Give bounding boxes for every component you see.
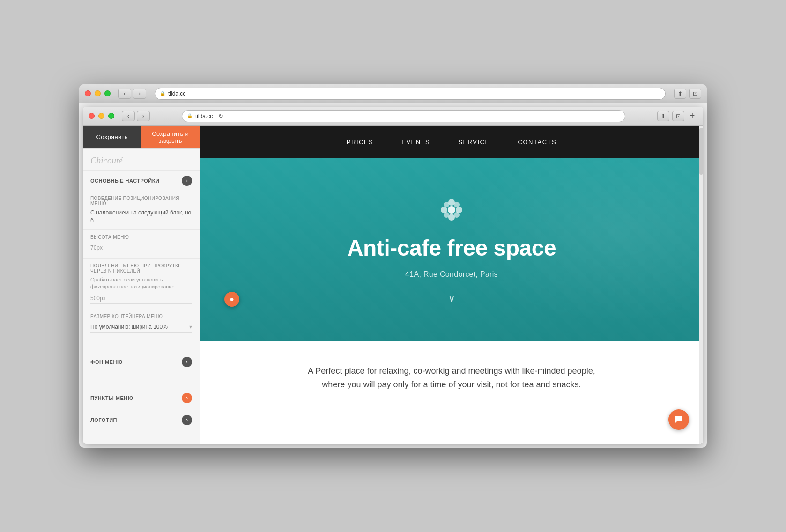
hero-chevron-down-icon[interactable]: ∨ (448, 293, 455, 304)
background-label: ФОН МЕНЮ (90, 359, 123, 365)
nav-buttons-inner: ‹ › (122, 111, 150, 121)
flower-svg-icon (437, 196, 466, 224)
nav-link-prices[interactable]: PRICES (347, 139, 373, 146)
nav-link-events[interactable]: EVENTS (401, 139, 430, 146)
url-bar-outer[interactable]: 🔒 tilda.cc (155, 88, 666, 100)
back-button-outer[interactable]: ‹ (118, 89, 131, 99)
maximize-button-outer[interactable] (104, 90, 111, 96)
content-section: A Perfect place for relaxing, co-workig … (200, 341, 703, 444)
scroll-note: Срабатывает если установить фиксированно… (90, 276, 192, 291)
hero-icon (437, 196, 466, 226)
logo-area: Chicouté (83, 149, 200, 171)
background-toggle[interactable]: › (182, 357, 192, 367)
svg-point-7 (444, 212, 449, 218)
content-line2: where you will pay only for a time of yo… (322, 380, 581, 389)
sidebyside-button-inner[interactable]: ⊡ (672, 111, 684, 121)
toolbar-right-outer: ⬆ ⊡ (674, 89, 701, 99)
menu-items-toggle[interactable]: › (182, 393, 192, 403)
close-button-inner[interactable] (89, 113, 95, 119)
main-settings-toggle[interactable]: › (182, 176, 192, 186)
content-line1: A Perfect place for relaxing, co-workig … (308, 366, 595, 376)
url-bar-inner[interactable]: 🔒 tilda.cc ↻ (182, 110, 625, 122)
forward-button-outer[interactable]: › (133, 89, 146, 99)
url-text-outer: tilda.cc (168, 90, 185, 97)
panel-top-buttons: Сохранить Сохранить и закрыть (83, 126, 200, 149)
svg-point-2 (448, 214, 455, 221)
spacer1 (83, 373, 200, 387)
svg-point-6 (454, 202, 460, 207)
save-button[interactable]: Сохранить (83, 126, 141, 148)
svg-point-8 (454, 212, 460, 218)
container-label: РАЗМЕР КОНТЕЙНЕРА МЕНЮ (90, 314, 192, 319)
nav-link-service[interactable]: SERVICE (458, 139, 489, 146)
chat-button[interactable] (668, 409, 689, 430)
menu-items-label: ПУНКТЫ МЕНЮ (90, 395, 133, 401)
back-button-inner[interactable]: ‹ (122, 111, 135, 121)
container-select-wrapper: По умолчанию: ширина 100% ▾ (90, 322, 192, 332)
scroll-input[interactable] (90, 293, 192, 304)
positioning-value: С наложением на следующий блок, но б (90, 209, 192, 225)
main-settings-section: ОСНОВНЫЕ НАСТРОЙКИ › (83, 171, 200, 191)
share-button-outer[interactable]: ⬆ (674, 89, 686, 99)
close-button-outer[interactable] (85, 90, 91, 96)
scrollbar-track[interactable] (699, 126, 703, 444)
nav-link-contacts[interactable]: CONTACTS (518, 139, 557, 146)
url-text-inner: tilda.cc (195, 113, 213, 119)
outer-mac-window: ‹ › 🔒 tilda.cc ⬆ ⊡ ‹ › 🔒 tilda.cc ↻ (79, 84, 707, 448)
refresh-button-inner[interactable]: ↻ (218, 112, 223, 119)
inner-titlebar: ‹ › 🔒 tilda.cc ↻ ⬆ ⊡ + (83, 107, 703, 126)
lock-icon-outer: 🔒 (160, 91, 165, 96)
container-select[interactable]: По умолчанию: ширина 100% (90, 322, 192, 332)
maximize-button-inner[interactable] (108, 113, 114, 119)
positioning-section: ПОВЕДЕНИЕ ПОЗИЦИОНИРОВАНИЯ МЕНЮ С наложе… (83, 191, 200, 230)
lock-icon-inner: 🔒 (187, 113, 193, 118)
add-tab-button[interactable]: + (687, 111, 697, 121)
svg-point-4 (456, 207, 462, 213)
hero-section: Anti-cafe free space 41A, Rue Condorcet,… (200, 158, 703, 341)
minimize-button-outer[interactable] (95, 90, 101, 96)
outer-titlebar: ‹ › 🔒 tilda.cc ⬆ ⊡ (79, 84, 707, 103)
svg-point-5 (444, 202, 449, 207)
height-section: ВЫСОТА МЕНЮ (83, 230, 200, 259)
sidebyside-button-outer[interactable]: ⊡ (689, 89, 701, 99)
content-text: A Perfect place for relaxing, co-workig … (288, 364, 615, 392)
positioning-label: ПОВЕДЕНИЕ ПОЗИЦИОНИРОВАНИЯ МЕНЮ (90, 196, 192, 206)
menu-items-section[interactable]: ПУНКТЫ МЕНЮ › (83, 387, 200, 409)
hero-subtitle: 41A, Rue Condorcet, Paris (405, 270, 498, 279)
logo-section[interactable]: ЛОГОТИП › (83, 409, 200, 431)
scroll-label: ПОЯВЛЕНИЕ МЕНЮ ПРИ ПРОКРУТКЕ ЧЕРЕЗ N ПИК… (90, 263, 192, 273)
left-panel: Сохранить Сохранить и закрыть Chicouté О… (83, 126, 200, 444)
main-settings-title: ОСНОВНЫЕ НАСТРОЙКИ (90, 178, 159, 184)
share-button-inner[interactable]: ⬆ (657, 111, 669, 121)
svg-point-0 (448, 206, 455, 214)
chat-icon (674, 415, 683, 424)
main-settings-header[interactable]: ОСНОВНЫЕ НАСТРОЙКИ › (90, 176, 192, 186)
container-section: РАЗМЕР КОНТЕЙНЕРА МЕНЮ По умолчанию: шир… (83, 309, 200, 351)
logo-placeholder: Chicouté (90, 155, 123, 165)
toolbar-right-inner: ⬆ ⊡ + (657, 111, 697, 121)
height-input[interactable] (90, 243, 192, 253)
height-label: ВЫСОТА МЕНЮ (90, 235, 192, 240)
logo-toggle[interactable]: › (182, 415, 192, 425)
floating-action-button[interactable]: ● (224, 292, 239, 307)
hero-title: Anti-cafe free space (347, 235, 556, 261)
minimize-button-inner[interactable] (98, 113, 104, 119)
site-navbar: PRICES EVENTS SERVICE CONTACTS (200, 126, 703, 158)
svg-point-3 (441, 207, 447, 213)
scroll-section: ПОЯВЛЕНИЕ МЕНЮ ПРИ ПРОКРУТКЕ ЧЕРЕЗ N ПИК… (83, 259, 200, 310)
forward-button-inner[interactable]: › (137, 111, 150, 121)
save-close-button[interactable]: Сохранить и закрыть (141, 126, 200, 148)
nav-buttons-outer: ‹ › (118, 89, 146, 99)
inner-mac-window: ‹ › 🔒 tilda.cc ↻ ⬆ ⊡ + Сохранить Сохран (83, 107, 703, 444)
svg-point-1 (448, 199, 455, 206)
logo-settings-label: ЛОГОТИП (90, 417, 117, 423)
scrollbar-thumb[interactable] (699, 128, 703, 175)
preview-area: PRICES EVENTS SERVICE CONTACTS (200, 126, 703, 444)
main-content: Сохранить Сохранить и закрыть Chicouté О… (83, 126, 703, 444)
background-section[interactable]: ФОН МЕНЮ › (83, 351, 200, 373)
